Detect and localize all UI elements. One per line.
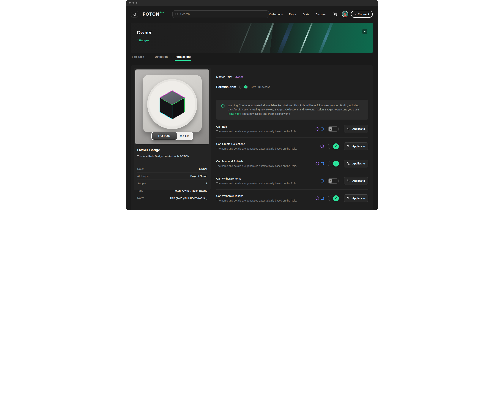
warning-text: Warning! You have activated all availabl… bbox=[228, 103, 364, 116]
permission-title: Can Withdraw Tokens bbox=[216, 194, 309, 197]
applies-to-label: Applies to bbox=[352, 127, 365, 130]
full-access-toggle[interactable]: ✓ bbox=[239, 85, 248, 89]
breadcrumb-divider bbox=[131, 60, 373, 60]
master-role-label: Master Role: bbox=[216, 75, 232, 78]
window-minimize-dot[interactable] bbox=[132, 2, 134, 4]
permission-title: Can Mint and Publish bbox=[216, 160, 309, 163]
warning-text-2: about how Roles and Permissions work! bbox=[242, 112, 290, 115]
connect-wallet-button[interactable]: √ Connect bbox=[351, 11, 373, 18]
toggle-knob bbox=[328, 127, 332, 131]
badge-field-row: Role: Owner bbox=[137, 165, 207, 172]
square-icon bbox=[321, 179, 324, 183]
badge-artwork: FOTON ROLE bbox=[135, 70, 209, 144]
badge-info: Owner Badge This is a Role Badge created… bbox=[135, 144, 209, 201]
applies-to-button[interactable]: Applies to bbox=[344, 160, 368, 167]
square-icon bbox=[321, 127, 324, 130]
toggle-knob: ✓ bbox=[333, 143, 339, 149]
badge-field-row: At Project: Project Name bbox=[137, 172, 207, 180]
permission-rows: Can Edit The name and details are genera… bbox=[216, 120, 368, 210]
read-more-link[interactable]: Read more bbox=[228, 112, 241, 115]
applies-to-route-icon bbox=[347, 179, 350, 183]
permission-toggle[interactable]: ✓ bbox=[328, 144, 339, 149]
permission-scope-icons bbox=[313, 144, 324, 148]
permission-description: The name and details are generated autom… bbox=[216, 199, 309, 202]
permission-text: Can Withdraw Tokens The name and details… bbox=[216, 194, 313, 202]
permission-title: Can Create Collections bbox=[216, 142, 309, 145]
permission-title: Can Edit bbox=[216, 125, 309, 128]
permission-row: Can Withdraw Items The name and details … bbox=[216, 172, 368, 189]
badge-brand-pill: FOTON ROLE bbox=[151, 132, 193, 140]
permission-controls: ✕ Applies to bbox=[313, 177, 368, 185]
nav-stats[interactable]: Stats bbox=[303, 13, 309, 16]
permission-toggle[interactable]: ✕ bbox=[328, 178, 339, 184]
permission-controls: Applies to bbox=[313, 125, 368, 133]
field-value: 1 bbox=[206, 182, 207, 185]
toggle-mark: ✕ bbox=[330, 180, 331, 182]
applies-to-button[interactable]: Applies to bbox=[344, 177, 368, 185]
search-bar[interactable] bbox=[172, 10, 269, 18]
applies-to-route-icon bbox=[347, 145, 350, 148]
sidebar-toggle-button[interactable] bbox=[131, 11, 138, 18]
permission-description: The name and details are generated autom… bbox=[216, 165, 309, 167]
hexagon-icon bbox=[316, 127, 319, 131]
permission-scope-icons bbox=[313, 162, 324, 166]
permission-toggle[interactable]: ✓ bbox=[328, 195, 339, 201]
master-role-value: Owner bbox=[235, 75, 243, 78]
square-icon bbox=[321, 162, 324, 165]
tab-definition[interactable]: Definition bbox=[155, 55, 168, 58]
applies-to-button[interactable]: Applies to bbox=[344, 125, 368, 133]
brand-logo[interactable]: FOTON Beta bbox=[143, 12, 164, 17]
warning-box: Warning! You have activated all availabl… bbox=[216, 100, 368, 120]
go-back-link[interactable]: ‹ go back bbox=[132, 55, 144, 58]
permission-scope-icons bbox=[313, 127, 324, 131]
nav-collections[interactable]: Collections bbox=[269, 13, 282, 16]
window-close-dot[interactable] bbox=[129, 2, 131, 4]
search-input[interactable] bbox=[180, 12, 266, 16]
hexagon-icon bbox=[320, 144, 324, 148]
cart-button[interactable] bbox=[333, 12, 337, 16]
warning-text-1: Warning! You have activated all availabl… bbox=[228, 104, 359, 111]
toggle-check-knob: ✓ bbox=[244, 85, 247, 89]
avatar-image bbox=[342, 11, 348, 17]
beta-badge: Beta bbox=[160, 11, 164, 13]
top-header: FOTON Beta Collections Drops Stats Disco… bbox=[126, 6, 378, 23]
permission-row: Can Withdraw Tokens The name and details… bbox=[216, 189, 368, 207]
permission-row: Can Mint and Publish The name and detail… bbox=[216, 155, 368, 172]
permission-text: Can Create Collections The name and deta… bbox=[216, 142, 313, 150]
applies-to-button[interactable]: Applies to bbox=[344, 142, 368, 150]
toggle-mark: ✓ bbox=[335, 162, 337, 166]
permission-toggle[interactable] bbox=[328, 126, 339, 132]
applies-to-label: Applies to bbox=[352, 162, 365, 165]
window-zoom-dot[interactable] bbox=[136, 2, 137, 4]
nav-discover[interactable]: Discover bbox=[316, 13, 326, 16]
field-value: This gives you Superpowers :) bbox=[170, 196, 207, 200]
toggle-mark: ✓ bbox=[335, 196, 337, 200]
banner-content: Owner 4 Badges bbox=[137, 30, 152, 42]
nav-drops[interactable]: Drops bbox=[289, 13, 297, 16]
cube-icon bbox=[154, 86, 191, 122]
permission-controls: ✓ Applies to bbox=[313, 195, 368, 202]
permissions-column: Master Role: Owner Permissions: ✓ Give F… bbox=[216, 68, 368, 210]
sidebar-panel-icon bbox=[133, 12, 136, 16]
field-value: Foton, Owner, Role, Badge bbox=[174, 189, 207, 192]
permission-controls: ✓ Applies to bbox=[313, 142, 368, 150]
banner-collapse-button[interactable] bbox=[362, 29, 367, 34]
permission-scope-icons bbox=[313, 179, 324, 183]
macos-titlebar bbox=[126, 0, 378, 6]
page-title: Owner bbox=[137, 30, 152, 35]
badge-card: FOTON ROLE Owner Badge This is a Role Ba… bbox=[134, 68, 211, 190]
app-window: FOTON Beta Collections Drops Stats Disco… bbox=[126, 0, 378, 210]
master-role-line: Master Role: Owner bbox=[216, 75, 368, 78]
permission-toggle[interactable]: ✓ bbox=[328, 161, 339, 166]
permissions-label: Permissions: bbox=[216, 85, 236, 89]
applies-to-label: Applies to bbox=[352, 145, 365, 148]
permission-description: The name and details are generated autom… bbox=[216, 130, 309, 133]
badge-field-row: Supply: 1 bbox=[137, 180, 207, 187]
permission-text: Can Mint and Publish The name and detail… bbox=[216, 160, 313, 167]
permission-row: Can Add Items The name and details are g… bbox=[216, 207, 368, 210]
permission-description: The name and details are generated autom… bbox=[216, 147, 309, 150]
applies-to-button[interactable]: Applies to bbox=[344, 195, 368, 202]
applies-to-route-icon bbox=[347, 162, 350, 165]
content-panel: FOTON ROLE Owner Badge This is a Role Ba… bbox=[131, 65, 373, 210]
user-avatar[interactable] bbox=[342, 11, 348, 17]
